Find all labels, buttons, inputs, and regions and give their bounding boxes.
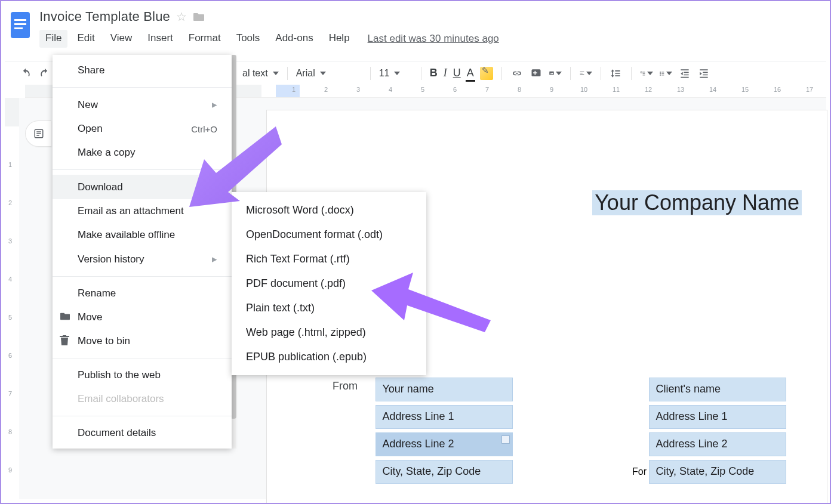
mi-label: Open (78, 123, 103, 135)
svg-marker-14 (700, 72, 701, 75)
ruler-tick-label: 9 (550, 86, 553, 93)
star-icon[interactable]: ☆ (176, 10, 187, 24)
menu-addons[interactable]: Add-ons (269, 30, 319, 48)
from-name-cell[interactable]: Your name (376, 378, 513, 401)
ruler-tick-label: 11 (613, 86, 620, 93)
menu-insert[interactable]: Insert (141, 30, 179, 48)
highlight-color-button[interactable] (480, 67, 493, 80)
from-block: From Your name Address Line 1 Address Li… (333, 378, 513, 487)
ruler-tick-label: 5 (421, 86, 424, 93)
underline-button[interactable]: U (453, 67, 461, 79)
vruler-tick-label: 4 (8, 276, 12, 283)
from-addr2-cell[interactable]: Address Line 2 (376, 432, 513, 456)
ruler-tick-label: 17 (806, 86, 813, 93)
vruler-tick-label: 5 (8, 314, 12, 321)
menu-tools[interactable]: Tools (230, 30, 266, 48)
for-addr2-cell[interactable]: Address Line 2 (649, 432, 786, 456)
bulleted-list-icon[interactable] (659, 67, 672, 80)
font-size-label: 11 (379, 68, 390, 79)
svg-point-12 (660, 75, 661, 76)
separator (631, 67, 632, 80)
folder-icon (60, 311, 72, 323)
bold-button[interactable]: B (430, 67, 438, 79)
vruler-tick-label: 1 (8, 161, 12, 168)
from-city-cell[interactable]: City, State, Zip Code (376, 460, 513, 484)
font-family-select[interactable]: Arial (296, 68, 362, 79)
download-rtf[interactable]: Rich Text Format (.rtf) (232, 247, 426, 271)
ruler-tick-label: 15 (741, 86, 749, 93)
chevron-down-icon (647, 72, 653, 75)
menu-item-move-to-bin[interactable]: Move to bin (53, 329, 232, 353)
menu-bar: File Edit View Insert Format Tools Add-o… (39, 30, 499, 48)
insert-comment-icon[interactable] (530, 67, 543, 80)
svg-point-11 (660, 73, 661, 74)
menu-format[interactable]: Format (183, 30, 227, 48)
move-folder-icon[interactable] (193, 11, 205, 22)
menu-help[interactable]: Help (323, 30, 356, 48)
line-spacing-icon[interactable] (610, 67, 623, 80)
submenu-arrow-icon: ▸ (212, 98, 217, 111)
menu-view[interactable]: View (104, 30, 138, 48)
menu-item-move[interactable]: Move (53, 305, 232, 329)
svg-rect-1 (14, 19, 26, 21)
menu-item-version-history[interactable]: Version history▸ (53, 247, 232, 271)
undo-icon[interactable] (19, 67, 32, 80)
separator (570, 67, 571, 80)
checklist-icon[interactable] (640, 67, 653, 80)
vruler-tick-label: 9 (8, 466, 12, 474)
svg-marker-16 (189, 126, 282, 207)
cell-dropdown-handle-icon[interactable] (501, 435, 510, 444)
mi-label: Move (78, 311, 103, 323)
svg-rect-3 (14, 27, 23, 29)
download-odt[interactable]: OpenDocument format (.odt) (232, 222, 426, 247)
from-addr1-cell[interactable]: Address Line 1 (376, 405, 513, 429)
menu-item-publish[interactable]: Publish to the web (53, 363, 232, 387)
company-name-text[interactable]: Your Company Name (592, 190, 802, 215)
for-name-cell[interactable]: Client's name (649, 378, 786, 401)
decrease-indent-icon[interactable] (678, 67, 691, 80)
separator (601, 67, 601, 80)
download-epub[interactable]: EPUB publication (.epub) (232, 345, 426, 369)
font-size-select[interactable]: 11 (379, 68, 413, 79)
insert-link-icon[interactable] (510, 67, 524, 80)
docs-logo-icon[interactable] (8, 10, 32, 41)
for-city-cell[interactable]: City, State, Zip Code (649, 460, 786, 484)
menu-item-new[interactable]: New▸ (53, 92, 232, 117)
vruler-tick-label: 3 (8, 237, 12, 245)
menu-edit[interactable]: Edit (71, 30, 100, 48)
separator (501, 67, 502, 80)
ruler-tick-label: 6 (453, 86, 457, 93)
text-color-button[interactable]: A (467, 67, 474, 79)
menu-item-rename[interactable]: Rename (53, 282, 232, 305)
svg-rect-7 (549, 71, 554, 75)
menu-item-document-details[interactable]: Document details (53, 421, 232, 445)
ruler-tick-label: 14 (709, 86, 716, 93)
svg-marker-17 (371, 273, 491, 332)
vertical-ruler[interactable]: 12345678910 (5, 98, 19, 499)
ruler-tick-label: 10 (580, 86, 587, 93)
ruler-tick-label: 3 (356, 86, 360, 93)
insert-image-icon[interactable] (549, 67, 562, 80)
annotation-arrow-icon (186, 126, 282, 210)
show-outline-button[interactable] (25, 120, 51, 147)
chevron-down-icon (586, 72, 592, 75)
menu-item-available-offline[interactable]: Make available offline (53, 223, 232, 247)
from-label: From (333, 380, 373, 392)
document-title[interactable]: Invoice Template Blue (39, 9, 170, 24)
menu-item-email-collaborators: Email collaborators (53, 387, 232, 411)
svg-point-10 (660, 72, 661, 73)
increase-indent-icon[interactable] (697, 67, 710, 80)
italic-button[interactable]: I (444, 67, 447, 79)
chevron-down-icon (394, 72, 400, 75)
submenu-arrow-icon: ▸ (212, 253, 217, 265)
menu-item-share[interactable]: Share (53, 58, 232, 82)
vruler-tick-label: 7 (8, 390, 12, 397)
chevron-down-icon (320, 72, 326, 75)
menu-file[interactable]: File (39, 30, 67, 48)
align-button[interactable] (579, 67, 592, 80)
for-addr1-cell[interactable]: Address Line 1 (649, 405, 786, 429)
last-edit-link[interactable]: Last edit was 30 minutes ago (368, 33, 499, 45)
app-header: Invoice Template Blue ☆ File Edit View I… (1, 1, 830, 48)
paragraph-style-select[interactable]: al text (242, 68, 279, 79)
redo-icon[interactable] (38, 67, 51, 80)
